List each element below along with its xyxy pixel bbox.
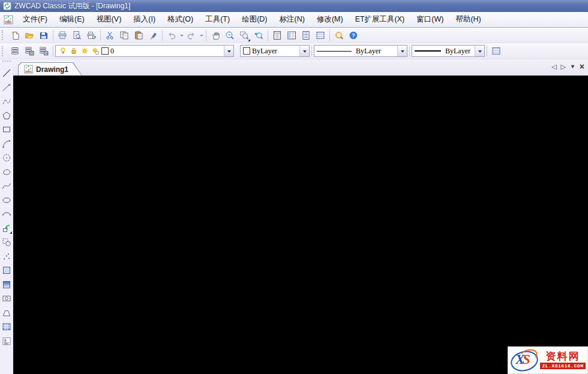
draw-insert-block-icon[interactable]: [0, 222, 13, 235]
design-center-icon[interactable]: [284, 28, 299, 43]
draw-construction-line-icon[interactable]: [0, 81, 13, 94]
menu-view[interactable]: 视图(V): [91, 13, 128, 26]
menu-modify[interactable]: 修改(M): [311, 13, 349, 26]
color-combo[interactable]: ByLayer: [240, 45, 310, 57]
menu-tools[interactable]: 工具(T): [199, 13, 236, 26]
save-icon[interactable]: [37, 28, 51, 43]
draw-gradient-icon[interactable]: [0, 278, 13, 291]
tab-drawing1[interactable]: DWG Drawing1: [18, 62, 82, 76]
pan-icon[interactable]: [208, 28, 223, 43]
cut-icon[interactable]: [103, 28, 117, 43]
linetype-combo-value: ByLayer: [356, 47, 381, 56]
toolbar-separator: [311, 46, 312, 56]
layer-plot-sun-icon[interactable]: [91, 47, 100, 56]
tab-next-icon[interactable]: ▷: [560, 64, 565, 70]
linetype-combo-dropdown[interactable]: [397, 46, 407, 56]
layer-states-manager-icon[interactable]: [37, 44, 51, 58]
watermark-site-url: ZL.XS1616.COM: [540, 363, 586, 369]
menu-bar: DWG 文件(F) 编辑(E) 视图(V) 插入(I) 格式(O) 工具(T) …: [0, 12, 588, 28]
draw-region-icon[interactable]: [0, 292, 13, 305]
lineweight-settings-icon[interactable]: [489, 44, 503, 58]
menu-file[interactable]: 文件(F): [17, 13, 53, 26]
draw-toolbar-grip[interactable]: [2, 61, 11, 65]
layers-properties-toolbar: 0 ByLayer ByLayer ByLayer: [0, 43, 588, 59]
help-icon[interactable]: ?: [346, 28, 361, 43]
standard-toolbar: ?: [0, 28, 588, 43]
tab-menu-icon[interactable]: ▼: [570, 64, 575, 70]
menu-format[interactable]: 格式(O): [161, 13, 199, 26]
svg-text:A: A: [4, 337, 7, 342]
copy-icon[interactable]: [117, 28, 131, 43]
layers-icon[interactable]: [8, 44, 22, 58]
match-properties-icon[interactable]: [146, 28, 160, 43]
app-logo-icon: [3, 2, 11, 10]
watermark-logo-icon: X S: [510, 350, 538, 370]
menu-window[interactable]: 窗口(W): [410, 13, 449, 26]
menu-draw[interactable]: 绘图(D): [236, 13, 273, 26]
layer-lock-icon[interactable]: [69, 47, 78, 56]
draw-make-block-icon[interactable]: [0, 236, 13, 249]
toolbar-grip[interactable]: [2, 30, 6, 40]
drawing-canvas[interactable]: X S 资料网 ZL.XS1616.COM: [13, 76, 588, 374]
draw-wedge-icon[interactable]: [0, 306, 13, 319]
zoom-flyout-indicator: [248, 39, 250, 41]
layer-combo-dropdown[interactable]: [224, 46, 233, 56]
color-combo-value: ByLayer: [252, 47, 277, 56]
print-preview-icon[interactable]: [70, 28, 84, 43]
quick-calc-icon[interactable]: [313, 28, 328, 43]
undo-dropdown-icon[interactable]: [179, 29, 184, 42]
print-icon[interactable]: [55, 28, 70, 43]
draw-arc-icon[interactable]: [0, 137, 13, 150]
open-icon[interactable]: [22, 28, 37, 43]
toolbar-separator: [206, 30, 206, 41]
draw-revision-cloud-icon[interactable]: [0, 165, 13, 179]
plot-icon[interactable]: [84, 28, 98, 43]
tab-prev-icon[interactable]: ◁: [551, 64, 556, 70]
draw-multiline-text-icon[interactable]: A: [0, 334, 13, 348]
draw-rectangle-icon[interactable]: [0, 123, 13, 136]
draw-line-icon[interactable]: [0, 67, 13, 80]
menu-edit[interactable]: 编辑(E): [53, 13, 91, 26]
draw-table-icon[interactable]: [0, 320, 13, 333]
zoom-window-icon[interactable]: [237, 28, 251, 43]
redo-icon[interactable]: [184, 28, 199, 43]
menu-help[interactable]: 帮助(H): [449, 13, 487, 26]
menu-insert[interactable]: 插入(I): [127, 13, 161, 26]
new-icon[interactable]: [8, 28, 22, 43]
draw-hatch-icon[interactable]: [0, 264, 13, 277]
draw-ellipse-arc-icon[interactable]: [0, 207, 13, 221]
draw-polyline-icon[interactable]: [0, 95, 13, 108]
menu-dimension[interactable]: 标注(N): [274, 13, 311, 26]
zoom-realtime-icon[interactable]: [223, 28, 237, 43]
draw-circle-icon[interactable]: [0, 151, 13, 164]
lineweight-combo-value: ByLayer: [445, 47, 470, 56]
toolbar-separator: [409, 46, 410, 56]
lineweight-combo-dropdown[interactable]: [475, 46, 484, 56]
tool-palettes-icon[interactable]: [299, 28, 313, 43]
lineweight-combo[interactable]: ByLayer: [412, 45, 485, 57]
layer-properties-manager-icon[interactable]: [22, 44, 37, 58]
draw-polygon-icon[interactable]: [0, 109, 13, 122]
find-icon[interactable]: [332, 28, 346, 43]
layer-on-bulb-icon[interactable]: [58, 47, 67, 56]
zoom-previous-icon[interactable]: [251, 28, 266, 43]
linetype-combo[interactable]: ByLayer: [314, 45, 407, 57]
properties-palette-icon[interactable]: [270, 28, 284, 43]
undo-icon[interactable]: [164, 28, 179, 43]
draw-point-icon[interactable]: [0, 250, 13, 263]
redo-dropdown-icon[interactable]: [199, 29, 204, 42]
paste-icon[interactable]: [131, 28, 146, 43]
title-bar: ZWCAD Classic 试用版 - [Drawing1]: [0, 0, 588, 12]
layer-combo[interactable]: 0: [55, 45, 234, 57]
color-combo-dropdown[interactable]: [299, 46, 309, 56]
window-title: ZWCAD Classic 试用版 - [Drawing1]: [14, 1, 130, 11]
toolbar-separator: [329, 30, 330, 41]
toolbar-separator: [162, 30, 163, 41]
draw-spline-icon[interactable]: [0, 179, 13, 192]
layer-thaw-sun-icon[interactable]: [80, 47, 89, 56]
draw-ellipse-icon[interactable]: [0, 194, 13, 207]
tab-close-icon[interactable]: ×: [580, 62, 584, 71]
menu-express-tools[interactable]: ET扩展工具(X): [349, 13, 411, 26]
toolbar-grip[interactable]: [2, 46, 6, 56]
dwg-file-icon: DWG: [24, 65, 33, 74]
